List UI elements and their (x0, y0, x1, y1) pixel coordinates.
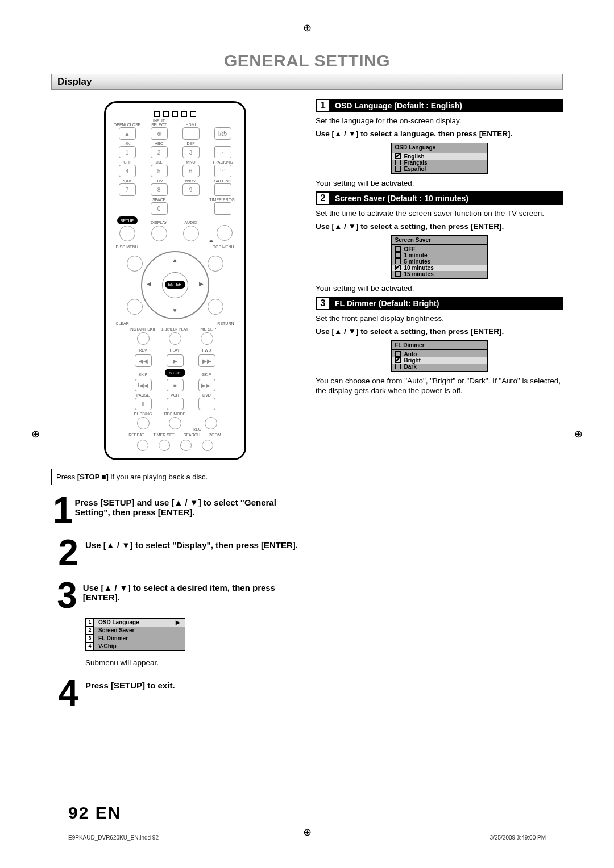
checkbox-icon (395, 265, 401, 270)
checkbox-icon (395, 364, 401, 369)
setting-3-instr: Use [▲ / ▼] to select a setting, then pr… (316, 327, 563, 336)
osd-language-table: OSD Language English Français Español (391, 143, 488, 174)
setting-1-desc: Set the language for the on-screen displ… (316, 116, 563, 126)
setup-button-icon: SETUP (117, 216, 138, 224)
checkbox-icon (395, 246, 401, 252)
step-2: 2Use [▲ / ▼] to select "Display", then p… (51, 536, 298, 570)
right-column: 1OSD Language (Default : English) Set th… (316, 95, 563, 711)
screen-saver-table: Screen Saver OFF 1 minute 5 minutes 10 m… (391, 235, 488, 279)
stop-caption: Press [STOP ■] if you are playing back a… (51, 469, 298, 485)
reg-mark-icon: ⊕ (303, 22, 312, 34)
checkbox-icon (395, 166, 401, 172)
setting-3-after: You can choose one from "Auto", "Bright"… (316, 376, 563, 396)
reg-mark-icon: ⊕ (574, 428, 583, 440)
setting-2-after: Your setting will be activated. (316, 283, 563, 294)
submenu-preview: 1OSD Language▶ 2Screen Saver 3FL Dimmer … (85, 618, 185, 651)
reg-mark-icon: ⊕ (303, 826, 312, 838)
step-3: 3Use [▲ / ▼] to select a desired item, t… (51, 578, 298, 613)
setting-2-instr: Use [▲ / ▼] to select a setting, then pr… (316, 222, 563, 231)
setting-3-desc: Set the front panel display brightness. (316, 314, 563, 324)
checkbox-icon (395, 271, 401, 277)
checkbox-icon (395, 252, 401, 258)
footer-filename: E9PKAUD_DVR620KU_EN.indd 92 (68, 834, 159, 841)
footer-timestamp: 3/25/2009 3:49:00 PM (490, 834, 546, 841)
submenu-note: Submenu will appear. (85, 658, 298, 668)
checkbox-icon (395, 153, 401, 159)
setting-2-desc: Set the time to activate the screen save… (316, 208, 563, 219)
remote-diagram: OPEN/ CLOSE▲ INPUT SELECT⊕ HDMI I/⏻ -.@/… (104, 101, 246, 460)
setting-3-header: 3FL Dimmer (Default: Bright) (316, 297, 563, 310)
fl-dimmer-table: FL Dimmer Auto Bright Dark (391, 340, 488, 372)
setting-1-instr: Use [▲ / ▼] to select a language, then p… (316, 130, 563, 138)
left-column: OPEN/ CLOSE▲ INPUT SELECT⊕ HDMI I/⏻ -.@/… (51, 95, 298, 711)
manual-page: ⊕ ⊕ ⊕ ⊕ GENERAL SETTING Display OPEN/ CL… (0, 0, 614, 868)
stop-button-icon: STOP (165, 369, 185, 377)
section-header: Display (51, 74, 563, 90)
page-title: GENERAL SETTING (51, 51, 563, 70)
page-number: 92 EN (68, 803, 121, 823)
enter-button-icon: ENTER (165, 281, 185, 289)
checkbox-icon (395, 160, 401, 165)
step-1: 1Press [SETUP] and use [▲ / ▼] to select… (51, 493, 298, 528)
setting-1-header: 1OSD Language (Default : English) (316, 99, 563, 112)
setting-2-header: 2Screen Saver (Default : 10 minutes) (316, 191, 563, 205)
checkbox-icon (395, 357, 401, 363)
reg-mark-icon: ⊕ (31, 428, 40, 440)
setting-1-after: Your setting will be activated. (316, 178, 563, 189)
step-4: 4Press [SETUP] to exit. (51, 676, 298, 711)
